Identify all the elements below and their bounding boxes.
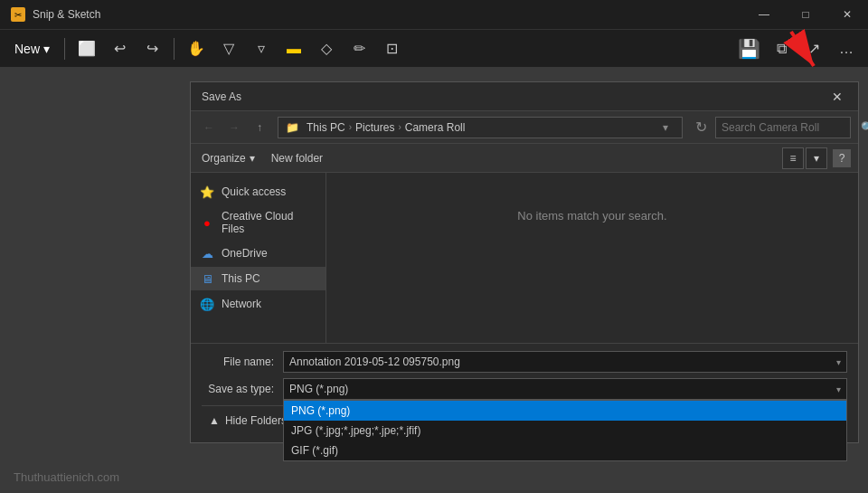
savetype-dropdown[interactable]: PNG (*.png) ▾ xyxy=(283,378,847,400)
organize-button[interactable]: Organize ▾ xyxy=(198,150,259,166)
savetype-selected: PNG (*.png) xyxy=(289,383,836,395)
nav-forward-button[interactable]: → xyxy=(223,117,245,138)
onedrive-icon: ☁ xyxy=(200,246,214,261)
sidebar-item-quick-access[interactable]: ⭐ Quick access xyxy=(191,180,326,204)
nav-refresh-button[interactable]: ↻ xyxy=(690,117,712,138)
breadcrumb-camera-roll[interactable]: Camera Roll xyxy=(405,121,466,134)
save-dialog: Save As ✕ ← → ↑ 📁 This PC › Pictures › C… xyxy=(190,81,859,443)
dialog-close-button[interactable]: ✕ xyxy=(816,82,858,111)
quick-access-icon: ⭐ xyxy=(200,185,214,199)
dialog-titlebar: Save As ✕ xyxy=(191,82,858,111)
dialog-bottom: File name: ▾ Save as type: PNG (*.png) ▾… xyxy=(191,343,858,442)
dialog-toolbar: Organize ▾ New folder ≡ ▾ ? xyxy=(191,144,858,173)
dialog-overlay: Save As ✕ ← → ↑ 📁 This PC › Pictures › C… xyxy=(0,0,868,493)
network-label: Network xyxy=(222,298,261,310)
search-box: 🔍 xyxy=(715,117,851,138)
breadcrumb-pictures[interactable]: Pictures xyxy=(355,121,394,134)
organize-label: Organize xyxy=(202,152,246,165)
filename-label: File name: xyxy=(202,356,283,368)
network-icon: 🌐 xyxy=(200,297,214,311)
breadcrumb-sep1: › xyxy=(349,122,352,132)
search-icon[interactable]: 🔍 xyxy=(861,121,868,134)
organize-arrow: ▾ xyxy=(250,152,255,165)
quick-access-label: Quick access xyxy=(222,185,286,198)
dialog-title: Save As xyxy=(202,90,241,103)
dialog-view-icons: ≡ ▾ ? xyxy=(782,147,851,169)
search-input[interactable] xyxy=(722,121,857,134)
breadcrumb-dropdown-arrow[interactable]: ▾ xyxy=(656,121,675,134)
hide-folders-label: Hide Folders xyxy=(225,414,287,427)
view-icon-list[interactable]: ≡ xyxy=(782,147,804,169)
savetype-label: Save as type: xyxy=(202,383,283,395)
filename-dropdown-arrow[interactable]: ▾ xyxy=(836,357,841,367)
file-area: No items match your search. xyxy=(326,173,858,343)
dialog-body: ⭐ Quick access ● Creative Cloud Files ☁ … xyxy=(191,173,858,343)
this-pc-label: This PC xyxy=(222,272,260,285)
filename-input-wrapper: ▾ xyxy=(283,351,847,373)
onedrive-label: OneDrive xyxy=(222,247,268,260)
view-dropdown-arrow[interactable]: ▾ xyxy=(806,147,827,169)
sidebar-item-onedrive[interactable]: ☁ OneDrive xyxy=(191,242,326,265)
savetype-option-png[interactable]: PNG (*.png) xyxy=(284,401,846,421)
savetype-dropdown-container: PNG (*.png) ▾ PNG (*.png) JPG (*.jpg;*.j… xyxy=(283,378,847,400)
new-folder-button[interactable]: New folder xyxy=(266,150,328,166)
sidebar-item-network[interactable]: 🌐 Network xyxy=(191,292,326,316)
hide-folders-button[interactable]: ▲ Hide Folders xyxy=(202,411,294,431)
creative-cloud-icon: ● xyxy=(200,215,214,230)
breadcrumb-this-pc[interactable]: This PC xyxy=(307,121,345,134)
filename-input[interactable] xyxy=(289,356,836,368)
savetype-option-gif[interactable]: GIF (*.gif) xyxy=(284,441,846,460)
dialog-nav: ← → ↑ 📁 This PC › Pictures › Camera Roll… xyxy=(191,111,858,144)
creative-cloud-label: Creative Cloud Files xyxy=(222,210,316,235)
breadcrumb-folder-icon: 📁 xyxy=(286,121,299,134)
savetype-option-jpg[interactable]: JPG (*.jpg;*.jpeg;*.jpe;*.jfif) xyxy=(284,421,846,441)
savetype-row: Save as type: PNG (*.png) ▾ PNG (*.png) … xyxy=(202,378,847,400)
sidebar-item-creative-cloud[interactable]: ● Creative Cloud Files xyxy=(191,205,326,240)
filename-row: File name: ▾ xyxy=(202,351,847,373)
no-items-message: No items match your search. xyxy=(517,209,666,223)
nav-up-button[interactable]: ↑ xyxy=(249,117,270,138)
hide-folders-arrow: ▲ xyxy=(209,414,220,427)
sidebar: ⭐ Quick access ● Creative Cloud Files ☁ … xyxy=(191,173,326,343)
new-folder-label: New folder xyxy=(271,152,323,165)
this-pc-icon: 🖥 xyxy=(200,271,214,286)
help-icon[interactable]: ? xyxy=(833,149,851,167)
savetype-menu: PNG (*.png) JPG (*.jpg;*.jpeg;*.jpe;*.jf… xyxy=(283,400,847,461)
savetype-arrow: ▾ xyxy=(836,384,841,394)
breadcrumb-bar: 📁 This PC › Pictures › Camera Roll ▾ xyxy=(278,117,683,138)
nav-back-button[interactable]: ← xyxy=(198,117,220,138)
breadcrumb-sep2: › xyxy=(398,122,401,132)
sidebar-item-this-pc[interactable]: 🖥 This PC xyxy=(191,267,326,290)
